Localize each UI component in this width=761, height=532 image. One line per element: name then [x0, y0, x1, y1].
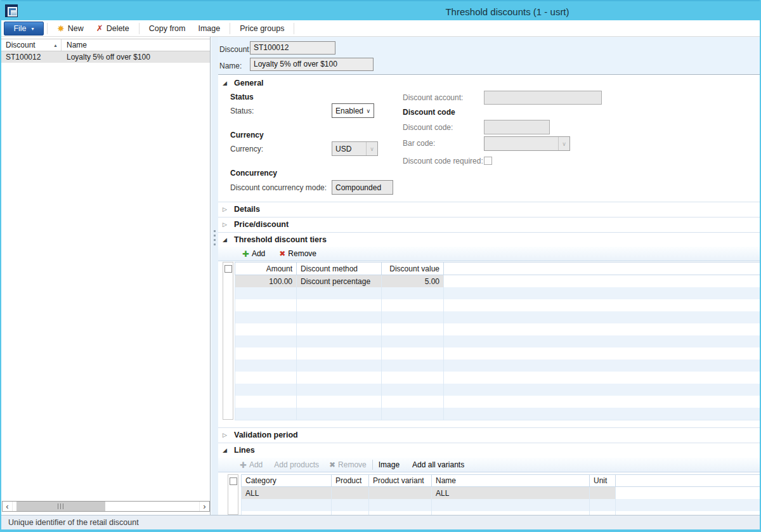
tiers-empty-row: [235, 323, 760, 335]
panel-splitter[interactable]: [211, 37, 218, 515]
section-lines[interactable]: ◢ Lines: [218, 443, 760, 457]
tiers-empty-row: [235, 384, 760, 396]
scrollbar-track[interactable]: [12, 502, 200, 511]
concurrency-mode-field[interactable]: Compounded: [332, 180, 393, 195]
delete-button[interactable]: ✗ Delete: [90, 21, 136, 36]
expander-open-icon: ◢: [223, 447, 230, 453]
currency-field-label: Currency:: [230, 145, 263, 153]
expander-open-icon: ◢: [223, 80, 230, 86]
currency-group-heading: Currency: [230, 131, 264, 139]
lines-add-all-variants-label: Add all variants: [412, 460, 464, 469]
tiers-select-all-checkbox[interactable]: [224, 265, 232, 273]
add-plus-icon: ✚: [242, 249, 249, 259]
lines-toolbar: ✚ Add Add products ✖ Remove Image Add al…: [218, 458, 760, 472]
scrollbar-thumb[interactable]: [16, 502, 105, 511]
new-button[interactable]: ✷ New: [51, 21, 90, 36]
expander-collapsed-icon: ▷: [223, 221, 230, 228]
section-price-discount-label: Price/discount: [234, 220, 289, 229]
section-details[interactable]: ▷ Details: [218, 202, 760, 216]
name-field[interactable]: Loyalty 5% off over $100: [250, 58, 374, 71]
section-general[interactable]: ◢ General: [218, 76, 760, 90]
tiers-empty-row: [235, 372, 760, 384]
discount-field[interactable]: ST100012: [250, 41, 335, 55]
lines-select-all-checkbox[interactable]: [230, 477, 237, 485]
tiers-empty-row: [235, 360, 760, 372]
expander-collapsed-icon: ▷: [223, 432, 230, 438]
tiers-empty-row: [235, 347, 760, 360]
discount-list-header: Discount ▲ Name: [1, 39, 210, 51]
discount-list-row[interactable]: ST100012 Loyalty 5% off over $100: [1, 51, 210, 63]
horizontal-scrollbar[interactable]: ‹ ›: [2, 501, 210, 512]
file-menu-label: File: [13, 24, 26, 33]
header-filler: [616, 475, 760, 486]
discount-cell: ST100012: [1, 51, 62, 63]
scroll-left-icon[interactable]: ‹: [3, 502, 12, 511]
combo-arrow-icon: ∨: [366, 142, 377, 155]
lines-add-button: ✚ Add: [240, 460, 263, 470]
menu-separator: [294, 23, 294, 34]
lines-add-products-label: Add products: [274, 460, 319, 469]
discount-code-field: [484, 120, 550, 134]
tiers-empty-row: [235, 396, 760, 408]
status-dropdown-value: Enabled: [335, 107, 363, 115]
image-button[interactable]: Image: [192, 21, 226, 36]
section-threshold-tiers[interactable]: ◢ Threshold discount tiers: [218, 232, 760, 246]
column-header-name[interactable]: Name: [62, 39, 210, 51]
lines-grid-gutter: [228, 474, 238, 515]
currency-dropdown: USD ∨: [332, 141, 378, 156]
tiers-row[interactable]: 100.00 Discount percentage 5.00: [235, 275, 760, 287]
column-header-discount[interactable]: Discount ▲: [1, 39, 62, 51]
lines-remove-label: Remove: [338, 460, 367, 469]
category-cell: ALL: [241, 487, 332, 499]
discount-field-label: Discount:: [219, 45, 251, 54]
column-header-discount-method[interactable]: Discount method: [297, 263, 382, 275]
column-header-name-label: Name: [67, 41, 87, 49]
name-cell: Loyalty 5% off over $100: [62, 51, 210, 63]
copy-from-button[interactable]: Copy from: [143, 21, 192, 36]
expander-open-icon: ◢: [223, 237, 230, 243]
tiers-add-label: Add: [252, 249, 265, 258]
tiers-empty-row: [235, 287, 760, 299]
section-price-discount[interactable]: ▷ Price/discount: [218, 217, 760, 231]
tiers-remove-button[interactable]: ✖ Remove: [279, 249, 316, 258]
app-window-icon: [5, 4, 18, 17]
lines-grid-header: Category Product Product variant Name Un…: [241, 474, 760, 487]
status-group-heading: Status: [230, 93, 254, 101]
currency-dropdown-value: USD: [335, 145, 351, 153]
product-cell: [332, 487, 369, 499]
file-menu-button[interactable]: File ▾: [4, 22, 44, 36]
unit-cell: [590, 487, 616, 499]
name-field-label: Name:: [219, 62, 242, 70]
column-header-unit[interactable]: Unit: [590, 475, 616, 486]
tiers-add-button[interactable]: ✚ Add: [242, 249, 265, 259]
section-lines-label: Lines: [234, 446, 255, 455]
lines-add-all-variants-button[interactable]: Add all variants: [412, 460, 464, 469]
column-header-discount-value[interactable]: Discount value: [382, 263, 444, 275]
column-header-product[interactable]: Product: [332, 475, 369, 486]
expander-collapsed-icon: ▷: [223, 206, 230, 212]
lines-row[interactable]: ALL ALL: [241, 487, 760, 499]
amount-cell: 100.00: [235, 275, 297, 287]
section-validation-period[interactable]: ▷ Validation period: [218, 427, 760, 441]
column-header-amount[interactable]: Amount: [235, 263, 297, 275]
column-header-discount-label: Discount: [6, 41, 36, 49]
concurrency-group-heading: Concurrency: [230, 169, 277, 178]
lines-remove-button: ✖ Remove: [329, 460, 367, 469]
column-header-category[interactable]: Category: [241, 475, 332, 486]
concurrency-mode-value: Compounded: [335, 183, 381, 192]
column-header-product-variant[interactable]: Product variant: [369, 475, 432, 486]
tiers-empty-row: [235, 299, 760, 311]
column-header-name[interactable]: Name: [432, 475, 590, 486]
window-title: Threshold discounts (1 - usrt): [445, 6, 569, 17]
status-text: Unique identifier of the retail discount: [8, 518, 139, 527]
lines-image-button[interactable]: Image: [379, 460, 400, 469]
discount-code-required-label: Discount code required:: [403, 157, 483, 165]
scroll-right-icon[interactable]: ›: [200, 502, 209, 511]
new-star-icon: ✷: [57, 24, 65, 33]
price-groups-button[interactable]: Price groups: [233, 21, 290, 36]
status-dropdown[interactable]: Enabled ∨: [332, 103, 374, 118]
copy-from-label: Copy from: [149, 24, 186, 33]
title-bar[interactable]: Threshold discounts (1 - usrt): [0, 0, 761, 20]
discount-code-required-checkbox: [484, 157, 492, 165]
add-plus-icon: ✚: [240, 460, 247, 470]
